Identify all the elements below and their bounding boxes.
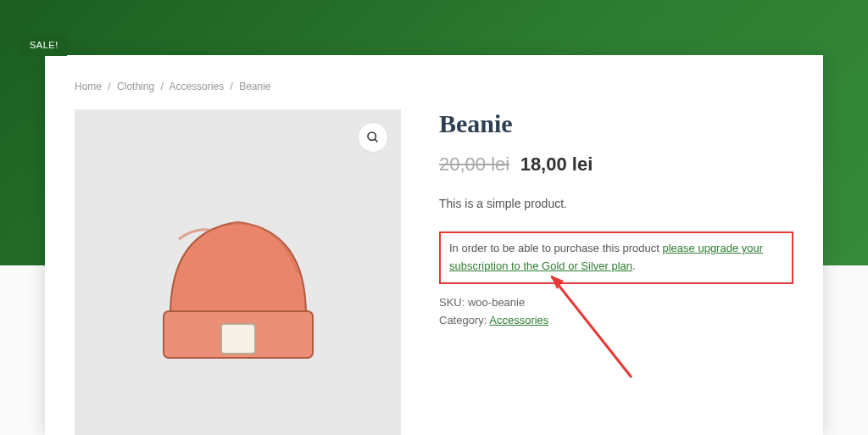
breadcrumb-current: Beanie [239, 81, 270, 92]
product-info-column: Beanie 20,00 lei 18,00 lei This is a sim… [439, 109, 793, 435]
svg-line-4 [551, 276, 632, 377]
svg-line-1 [375, 139, 377, 142]
magnify-icon [366, 131, 380, 144]
sale-badge: SALE! [21, 34, 67, 56]
product-image[interactable] [75, 109, 401, 435]
category-label: Category: [439, 314, 489, 326]
breadcrumb-home[interactable]: Home [75, 81, 102, 92]
svg-marker-5 [551, 276, 564, 289]
zoom-button[interactable] [358, 122, 388, 153]
upgrade-notice: In order to be able to purchase this pro… [439, 231, 793, 284]
beanie-illustration [128, 163, 348, 383]
svg-point-0 [368, 132, 376, 140]
upgrade-text-prefix: In order to be able to purchase this pro… [449, 242, 663, 254]
product-description: This is a simple product. [439, 197, 793, 210]
category-link[interactable]: Accessories [489, 314, 548, 326]
product-image-column [75, 109, 401, 435]
product-layout: Beanie 20,00 lei 18,00 lei This is a sim… [75, 109, 793, 435]
sku-label: SKU: [439, 296, 468, 309]
breadcrumb-clothing[interactable]: Clothing [117, 81, 154, 92]
arrow-annotation-icon [551, 276, 653, 394]
old-price: 20,00 lei [439, 153, 509, 175]
product-title: Beanie [439, 109, 793, 138]
price-row: 20,00 lei 18,00 lei [439, 153, 793, 176]
sku-value: woo-beanie [468, 296, 525, 309]
product-page: Home / Clothing / Accessories / Beanie [45, 55, 823, 435]
breadcrumb: Home / Clothing / Accessories / Beanie [75, 81, 793, 92]
upgrade-text-suffix: . [632, 259, 636, 272]
breadcrumb-accessories[interactable]: Accessories [169, 81, 224, 92]
new-price: 18,00 lei [520, 153, 593, 175]
breadcrumb-sep: / [230, 81, 232, 92]
breadcrumb-sep: / [160, 81, 163, 92]
breadcrumb-sep: / [108, 81, 110, 92]
svg-rect-3 [221, 324, 255, 354]
